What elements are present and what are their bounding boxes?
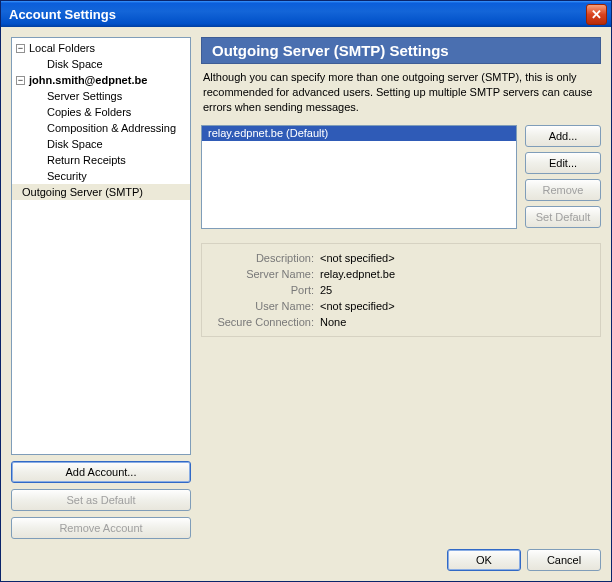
- tree-item-local-folders[interactable]: − Local Folders: [12, 40, 190, 56]
- server-action-buttons: Add... Edit... Remove Set Default: [525, 125, 601, 229]
- tree-label: Composition & Addressing: [47, 122, 176, 134]
- set-default-server-button: Set Default: [525, 206, 601, 228]
- detail-value: <not specified>: [320, 300, 395, 312]
- add-account-button[interactable]: Add Account...: [11, 461, 191, 483]
- detail-secure-connection: Secure Connection: None: [210, 314, 592, 330]
- server-details: Description: <not specified> Server Name…: [201, 243, 601, 337]
- tree-item-server-settings[interactable]: Server Settings: [12, 88, 190, 104]
- left-panel: − Local Folders Disk Space − john.smith@…: [11, 37, 191, 539]
- panel-header: Outgoing Server (SMTP) Settings: [201, 37, 601, 64]
- close-button[interactable]: ✕: [586, 4, 607, 25]
- remove-server-button: Remove: [525, 179, 601, 201]
- tree-label: Return Receipts: [47, 154, 126, 166]
- remove-account-button: Remove Account: [11, 517, 191, 539]
- tree-item-composition[interactable]: Composition & Addressing: [12, 120, 190, 136]
- add-server-button[interactable]: Add...: [525, 125, 601, 147]
- edit-server-button[interactable]: Edit...: [525, 152, 601, 174]
- server-row: relay.edpnet.be (Default) Add... Edit...…: [201, 125, 601, 229]
- tree-label: Local Folders: [29, 42, 95, 54]
- detail-server-name: Server Name: relay.edpnet.be: [210, 266, 592, 282]
- collapse-icon[interactable]: −: [16, 44, 25, 53]
- detail-value: 25: [320, 284, 332, 296]
- tree-label: Disk Space: [47, 138, 103, 150]
- detail-user-name: User Name: <not specified>: [210, 298, 592, 314]
- detail-value: relay.edpnet.be: [320, 268, 395, 280]
- window-title: Account Settings: [9, 7, 586, 22]
- tree-item-disk-space-2[interactable]: Disk Space: [12, 136, 190, 152]
- detail-label: Port:: [210, 284, 320, 296]
- cancel-button[interactable]: Cancel: [527, 549, 601, 571]
- set-as-default-button: Set as Default: [11, 489, 191, 511]
- tree-item-outgoing-smtp[interactable]: Outgoing Server (SMTP): [12, 184, 190, 200]
- tree-item-copies-folders[interactable]: Copies & Folders: [12, 104, 190, 120]
- client-area: − Local Folders Disk Space − john.smith@…: [1, 27, 611, 581]
- tree-item-return-receipts[interactable]: Return Receipts: [12, 152, 190, 168]
- tree-item-disk-space[interactable]: Disk Space: [12, 56, 190, 72]
- panel-description: Although you can specify more than one o…: [203, 70, 599, 115]
- smtp-server-list[interactable]: relay.edpnet.be (Default): [201, 125, 517, 229]
- titlebar[interactable]: Account Settings ✕: [1, 1, 611, 27]
- collapse-icon[interactable]: −: [16, 76, 25, 85]
- tree-label: Server Settings: [47, 90, 122, 102]
- detail-value: <not specified>: [320, 252, 395, 264]
- tree-label: Disk Space: [47, 58, 103, 70]
- close-icon: ✕: [591, 7, 602, 22]
- account-settings-window: Account Settings ✕ − Local Folders Disk …: [0, 0, 612, 582]
- smtp-server-item[interactable]: relay.edpnet.be (Default): [202, 126, 516, 141]
- tree-label: john.smith@edpnet.be: [29, 74, 147, 86]
- dialog-footer: OK Cancel: [11, 539, 601, 571]
- accounts-tree[interactable]: − Local Folders Disk Space − john.smith@…: [11, 37, 191, 455]
- detail-label: Server Name:: [210, 268, 320, 280]
- detail-description: Description: <not specified>: [210, 250, 592, 266]
- tree-label: Outgoing Server (SMTP): [22, 186, 143, 198]
- detail-label: Secure Connection:: [210, 316, 320, 328]
- detail-label: Description:: [210, 252, 320, 264]
- ok-button[interactable]: OK: [447, 549, 521, 571]
- detail-label: User Name:: [210, 300, 320, 312]
- tree-item-security[interactable]: Security: [12, 168, 190, 184]
- right-panel: Outgoing Server (SMTP) Settings Although…: [201, 37, 601, 539]
- tree-label: Security: [47, 170, 87, 182]
- tree-item-account[interactable]: − john.smith@edpnet.be: [12, 72, 190, 88]
- detail-value: None: [320, 316, 346, 328]
- account-buttons: Add Account... Set as Default Remove Acc…: [11, 461, 191, 539]
- tree-label: Copies & Folders: [47, 106, 131, 118]
- detail-port: Port: 25: [210, 282, 592, 298]
- main-area: − Local Folders Disk Space − john.smith@…: [11, 37, 601, 539]
